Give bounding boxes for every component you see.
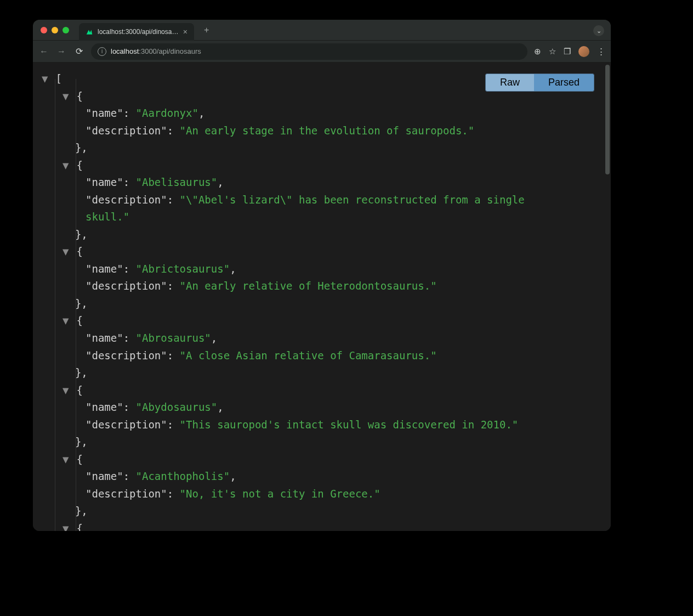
raw-tab[interactable]: Raw [486,74,534,91]
address-bar[interactable]: i localhost:3000/api/dinosaurs [91,43,527,60]
open-bracket: [ [49,72,62,84]
close-brace: }, [63,366,88,378]
json-key-name: "name" [86,332,123,344]
disclosure-triangle-icon[interactable]: ▼ [42,70,49,88]
new-tab-button[interactable]: + [204,25,209,35]
json-prop: "name": "Aardonyx", [38,105,611,122]
comma: , [217,176,223,188]
json-prop: "description": "A close Asian relative o… [38,347,570,365]
json-prop: "description": "This sauropod's intact s… [38,416,570,434]
close-brace: }, [63,228,88,240]
comma: , [211,332,217,344]
colon: : [167,488,180,500]
object-close: }, [38,502,611,520]
json-key-name: "name" [86,470,123,482]
object-open: ▼ { [38,312,611,330]
disclosure-triangle-icon[interactable]: ▼ [63,88,70,105]
reload-button[interactable]: ⟳ [73,46,84,56]
json-prop: "description": "An early stage in the ev… [38,122,570,140]
close-brace: }, [63,297,88,309]
url-text: localhost:3000/api/dinosaurs [111,47,201,55]
colon: : [167,280,180,292]
json-key-name: "name" [86,263,123,275]
colon: : [167,194,180,206]
json-value-name: "Aardonyx" [136,107,198,119]
object-open: ▼ { [38,520,611,531]
open-brace: { [70,159,83,171]
json-value-description: "This sauropod's intact skull was discov… [180,419,519,431]
colon: : [167,419,180,431]
json-prop: "name": "Abrosaurus", [38,330,611,347]
json-key-description: "description" [86,194,167,206]
browser-tab[interactable]: localhost:3000/api/dinosaurs × [79,23,194,41]
back-button[interactable]: ← [38,47,49,56]
minimize-window-button[interactable] [52,27,58,33]
disclosure-triangle-icon[interactable]: ▼ [63,451,70,468]
open-brace: { [70,90,83,102]
browser-window: ⌄ localhost:3000/api/dinosaurs × + ← → ⟳… [33,20,611,531]
object-close: }, [38,226,611,244]
parsed-tab[interactable]: Parsed [534,74,594,91]
json-value-name: "Abydosaurus" [136,401,218,413]
disclosure-triangle-icon[interactable]: ▼ [63,312,70,330]
comma: , [230,263,236,275]
traffic-lights [41,27,69,33]
close-tab-icon[interactable]: × [183,27,188,36]
bookmark-star-icon[interactable]: ☆ [549,47,556,56]
json-key-name: "name" [86,107,123,119]
colon: : [123,263,136,275]
toolbar: ← → ⟳ i localhost:3000/api/dinosaurs ⊕ ☆… [33,41,611,63]
window-menu-chevron-icon[interactable]: ⌄ [593,25,604,36]
object-open: ▼ { [38,243,611,261]
vertical-scrollbar[interactable] [605,65,610,174]
close-brace: }, [63,505,88,517]
comma: , [217,401,223,413]
json-value-description: "An early relative of Heterodontosaurus.… [180,280,437,292]
disclosure-triangle-icon[interactable]: ▼ [63,520,70,531]
json-value-name: "Acanthopholis" [136,470,230,482]
maximize-window-button[interactable] [63,27,69,33]
comma: , [230,470,236,482]
json-value-description: "A close Asian relative of Camarasaurus.… [180,349,437,361]
json-prop: "description": "An early relative of Het… [38,278,570,295]
json-prop: "description": "\"Abel's lizard\" has be… [38,191,570,226]
site-info-icon[interactable]: i [98,47,106,56]
json-prop: "name": "Acanthopholis", [38,468,611,485]
colon: : [167,349,180,361]
disclosure-triangle-icon[interactable]: ▼ [63,157,70,174]
tab-title: localhost:3000/api/dinosaurs [98,28,179,36]
json-key-description: "description" [86,349,167,361]
disclosure-triangle-icon[interactable]: ▼ [63,382,70,399]
toolbar-right: ⊕ ☆ ❐ ⋮ [534,46,605,57]
url-path: :3000/api/dinosaurs [139,47,201,55]
object-open: ▼ { [38,451,611,468]
close-window-button[interactable] [41,27,47,33]
colon: : [123,107,136,119]
open-brace: { [70,314,83,326]
json-prop: "name": "Abydosaurus", [38,399,611,416]
json-value-description: "An early stage in the evolution of saur… [180,125,475,137]
profile-avatar[interactable] [578,46,589,57]
json-prop: "name": "Abelisaurus", [38,174,611,191]
disclosure-triangle-icon[interactable]: ▼ [63,243,70,261]
json-prop: "description": "No, it's not a city in G… [38,485,570,503]
zoom-icon[interactable]: ⊕ [534,47,541,56]
extensions-icon[interactable]: ❐ [564,47,571,56]
colon: : [123,470,136,482]
open-brace: { [70,245,83,257]
json-key-name: "name" [86,401,123,413]
json-key-description: "description" [86,280,167,292]
page-content: Raw Parsed ▼ [▼ {"name": "Aardonyx","des… [33,63,611,531]
json-key-description: "description" [86,419,167,431]
json-prop: "name": "Abrictosaurus", [38,261,611,278]
json-key-description: "description" [86,125,167,137]
indent-guide [55,79,55,531]
kebab-menu-icon[interactable]: ⋮ [597,47,605,56]
object-close: }, [38,433,611,451]
forward-button[interactable]: → [56,47,67,56]
object-close: }, [38,139,611,157]
colon: : [123,401,136,413]
colon: : [123,332,136,344]
indent-guide [76,79,76,531]
json-value-description: "No, it's not a city in Greece." [180,488,380,500]
